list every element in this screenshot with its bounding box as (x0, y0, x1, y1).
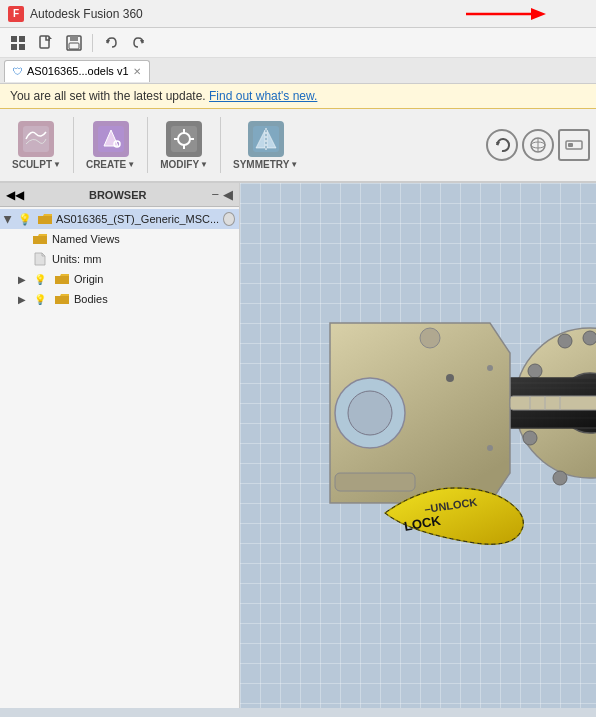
fusion-logo: F (8, 6, 24, 22)
undo-button[interactable] (99, 31, 123, 55)
sculpt-dropdown-arrow: ▼ (53, 160, 61, 169)
browser-controls: − ◀ (211, 187, 233, 202)
notification-bar: You are all set with the latest update. … (0, 84, 596, 109)
origin-bulb-icon: 💡 (32, 271, 48, 287)
notification-link[interactable]: Find out what's new. (209, 89, 317, 103)
svg-point-33 (583, 331, 596, 345)
named-views-label: Named Views (52, 233, 235, 245)
ribbon-divider-2 (147, 117, 148, 173)
svg-point-49 (420, 328, 440, 348)
browser-panel: ◀◀ BROWSER − ◀ ▶ 💡 AS016365_ (0, 183, 240, 708)
svg-marker-7 (49, 36, 52, 39)
ribbon-right-tools (486, 113, 590, 177)
units-label: Units: mm (52, 253, 235, 265)
svg-rect-6 (40, 36, 49, 48)
browser-tree: ▶ 💡 AS016365_(ST)_Generic_MSC... (0, 207, 239, 311)
save-button[interactable] (62, 31, 86, 55)
origin-label: Origin (74, 273, 235, 285)
root-expand-arrow[interactable]: ▶ (3, 214, 14, 224)
app-title: Autodesk Fusion 360 (30, 7, 143, 21)
browser-header: ◀◀ BROWSER − ◀ (0, 183, 239, 207)
svg-marker-1 (531, 8, 546, 20)
sculpt-group[interactable]: SCULPT ▼ (6, 113, 67, 177)
create-group[interactable]: CREATE ▼ (80, 113, 141, 177)
ribbon-divider-3 (220, 117, 221, 173)
svg-point-48 (348, 391, 392, 435)
bodies-bulb-icon: 💡 (32, 291, 48, 307)
new-file-button[interactable] (34, 31, 58, 55)
symmetry-label: SYMMETRY (233, 159, 289, 170)
tree-origin-item[interactable]: ▶ 💡 Origin (0, 269, 239, 289)
tab-label: AS016365...odels v1 (27, 65, 129, 77)
collapse-browser-button[interactable]: ◀◀ (6, 188, 24, 202)
tree-named-views-item[interactable]: Named Views (0, 229, 239, 249)
root-bulb-icon: 💡 (18, 211, 32, 227)
named-views-folder-icon (32, 231, 48, 247)
browser-expand-button[interactable]: ◀ (223, 187, 233, 202)
quick-access-toolbar (0, 28, 596, 58)
origin-folder-icon (54, 271, 70, 287)
ribbon: SCULPT ▼ CREATE ▼ (0, 109, 596, 183)
svg-point-39 (528, 364, 542, 378)
sculpt-label: SCULPT (12, 159, 52, 170)
svg-rect-9 (70, 36, 78, 41)
browser-title: BROWSER (89, 189, 146, 201)
svg-point-61 (487, 445, 493, 451)
svg-rect-13 (23, 126, 49, 152)
root-folder-icon (38, 211, 52, 227)
svg-point-38 (523, 431, 537, 445)
tree-root-item[interactable]: ▶ 💡 AS016365_(ST)_Generic_MSC... (0, 209, 239, 229)
svg-rect-5 (19, 44, 25, 50)
grid-view-button[interactable] (6, 31, 30, 55)
document-tab[interactable]: 🛡 AS016365...odels v1 ✕ (4, 60, 150, 82)
svg-rect-50 (335, 473, 415, 491)
sculpt-icon (18, 121, 54, 157)
origin-arrow[interactable]: ▶ (16, 274, 28, 285)
symmetry-dropdown-arrow: ▼ (290, 160, 298, 169)
create-label: CREATE (86, 159, 126, 170)
notification-text: You are all set with the latest update. (10, 89, 206, 103)
3d-model: LOCK –UNLOCK (290, 223, 596, 643)
modify-label: MODIFY (160, 159, 199, 170)
view-cube-button[interactable] (522, 129, 554, 161)
svg-rect-3 (19, 36, 25, 42)
svg-point-62 (446, 374, 454, 382)
toolbar-separator (92, 34, 93, 52)
viewport[interactable]: LOCK –UNLOCK (240, 183, 596, 708)
main-content: ◀◀ BROWSER − ◀ ▶ 💡 AS016365_ (0, 183, 596, 708)
units-file-icon (32, 251, 48, 267)
svg-rect-10 (69, 43, 79, 49)
tab-bar: 🛡 AS016365...odels v1 ✕ (0, 58, 596, 84)
svg-rect-4 (11, 44, 17, 50)
modify-dropdown-arrow: ▼ (200, 160, 208, 169)
svg-rect-31 (568, 143, 573, 147)
browser-minus-button[interactable]: − (211, 187, 219, 202)
redo-button[interactable] (127, 31, 151, 55)
tab-close-button[interactable]: ✕ (133, 66, 141, 77)
create-icon (93, 121, 129, 157)
modify-icon (166, 121, 202, 157)
svg-point-40 (558, 334, 572, 348)
modify-group[interactable]: MODIFY ▼ (154, 113, 214, 177)
create-dropdown-arrow: ▼ (127, 160, 135, 169)
tab-shield-icon: 🛡 (13, 66, 23, 77)
title-bar: F Autodesk Fusion 360 (0, 0, 596, 28)
tree-units-item[interactable]: Units: mm (0, 249, 239, 269)
root-label: AS016365_(ST)_Generic_MSC... (56, 213, 219, 225)
bodies-arrow[interactable]: ▶ (16, 294, 28, 305)
root-visibility-dot[interactable] (223, 212, 235, 226)
symmetry-icon (248, 121, 284, 157)
display-settings-button[interactable] (558, 129, 590, 161)
svg-point-37 (553, 471, 567, 485)
svg-rect-51 (510, 396, 596, 410)
bodies-label: Bodies (74, 293, 235, 305)
ribbon-divider-1 (73, 117, 74, 173)
undo-arc-button[interactable] (486, 129, 518, 161)
svg-point-60 (487, 365, 493, 371)
annotation-arrow (466, 4, 546, 24)
tree-bodies-item[interactable]: ▶ 💡 Bodies (0, 289, 239, 309)
symmetry-group[interactable]: SYMMETRY ▼ (227, 113, 304, 177)
bodies-folder-icon (54, 291, 70, 307)
svg-rect-2 (11, 36, 17, 42)
